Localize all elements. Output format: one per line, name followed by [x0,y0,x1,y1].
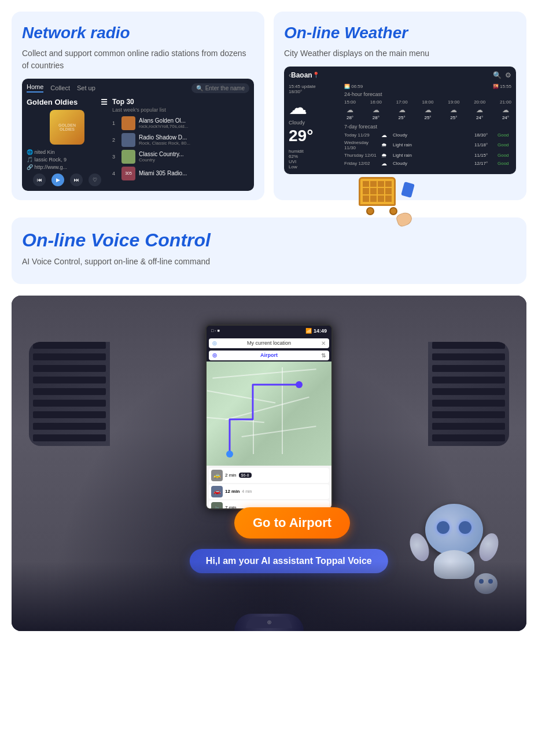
weather-card: On-line Weather City Weather displays on… [274,12,526,200]
vent-slat [432,353,505,360]
radio-item-info: Miami 305 Radio... [139,170,249,176]
radio-search-bar[interactable]: 🔍 Enter the name [191,83,249,93]
radio-thumb: 305 [121,167,135,180]
nav-status-icons: □ ◦ ■ [211,329,220,333]
radio-tabs: Home Collect Set up 🔍 Enter the name [27,83,249,93]
weather-current-panel: 15:45 update 18/30° ☁ Cloudy 29° humidit… [289,84,341,169]
vent-left [29,342,110,446]
weather-hour-item: 20:00 ☁ 24° [474,99,485,120]
nav-top-bar: □ ◦ ■ 📶 14:49 [207,326,331,336]
radio-tab-home[interactable]: Home [27,83,43,93]
prev-button[interactable]: ⏮ [33,174,46,186]
radio-list-item[interactable]: 2 Radio Shadow D... Rock, Classic Rock, … [112,133,249,147]
play-button[interactable]: ▶ [51,174,64,186]
weather-temp-main: 29° [289,127,341,145]
car-interior: □ ◦ ■ 📶 14:49 ◎ My current location ✕ [12,296,526,631]
vent-slat [432,434,505,441]
close-icon[interactable]: ✕ [321,340,326,346]
radio-list-item[interactable]: 3 Classic Country... Country [112,150,249,164]
nav-time: 📶 14:49 [305,328,327,334]
robot-eye-left [437,521,449,534]
vent-slat [432,342,505,349]
voice-control-card: On-line Voice Control AI Voice Control, … [12,217,526,284]
taxi-icon: 🚕 [211,470,223,481]
weather-sun-times: 🌅 06:59 🌇 15:55 [344,84,511,89]
weather-cloud-icon: ☁ [289,97,341,119]
weather-search-icon[interactable]: 🔍 [493,71,502,79]
top30-sub: Last week's popular list [112,107,249,113]
radio-tab-setup[interactable]: Set up [77,84,95,91]
car-image-container: □ ◦ ■ 📶 14:49 ◎ My current location ✕ [12,296,526,631]
weather-hour-item: 19:00 ☁ 25° [448,99,459,120]
radio-list-item[interactable]: 4 305 Miami 305 Radio... [112,167,249,180]
weather-condition: Cloudy [289,120,341,126]
weather-hours-row: 15:00 ☁ 28° 16:00 ☁ 28° 17:00 [344,99,511,120]
search-icon: 🔍 [196,85,203,91]
vent-slat [33,353,106,360]
radio-menu-icon[interactable]: ☰ [101,98,108,106]
radio-controls: ⏮ ▶ ⏭ ♡ [27,174,108,186]
sunrise-icon: 🌅 06:59 [344,84,363,89]
radio-search-placeholder: Enter the name [205,85,245,91]
radio-item-info: Classic Country... Country [139,151,249,163]
car-section: □ ◦ ■ 📶 14:49 ◎ My current location ✕ [0,290,538,643]
voice-control-title: On-line Voice Control [22,229,516,251]
car-option[interactable]: 🚗 12 min 4 min [209,484,329,499]
car-time: 12 min [225,489,239,494]
radio-top30-panel: Top 30 Last week's popular list 1 Alans … [112,98,249,186]
weather-hour-item: 16:00 ☁ 28° [370,99,382,120]
radio-item-genre: Rock, Classic Rock, 80... [139,141,249,146]
radio-tab-collect[interactable]: Collect [50,84,70,91]
cart-grid [363,181,392,202]
weather-hour-item: 17:00 ☁ 25° [396,99,408,120]
vent-right [428,342,509,446]
taxi-price: $6-8 [239,473,252,478]
weather-desc: City Weather displays on the main menu [284,47,516,60]
radio-list-item[interactable]: 1 Alans Golden Ol... rock,rock'n'roll,70… [112,116,249,130]
taxi-option[interactable]: 🚕 2 min $6-8 [209,468,329,483]
network-radio-card: Network radio Collect and support common… [12,12,264,200]
vent-slat [33,434,106,441]
weather-time: 15:45 update 18/30° [289,84,341,94]
cart-icon-overlay [359,177,411,229]
nav-current-location: ◎ My current location ✕ [209,338,329,348]
radio-player-panel: Golden Oldies ☰ GOLDENOLDIES 🌐 nited Kin… [27,98,108,186]
next-button[interactable]: ⏭ [70,174,83,186]
car-detail: 4 min [242,489,252,493]
speedometer-knob: ◎ [246,617,292,628]
vent-slat [432,388,505,395]
weather-screen-mockup: ‹ Baoan 📍 🔍 ⚙ 15:45 update 18/30° ☁ [284,67,516,174]
radio-item-genre: rock,rock'n'roll,70s,old... [139,124,249,129]
nav-map [207,362,331,466]
weather-day-row: Today 11/29 ☁ Cloudy 18/30° Good [344,132,511,138]
radio-thumb [121,150,135,164]
radio-screen-mockup: Home Collect Set up 🔍 Enter the name Gol… [22,79,254,191]
voice-control-desc: AI Voice Control, support on-line & off-… [22,256,516,268]
radio-item-name: Radio Shadow D... [139,134,249,141]
svg-point-0 [296,381,303,388]
weather-city: Baoan [291,71,312,79]
vent-slat [432,365,505,372]
list-num: 2 [112,137,118,143]
cart-wheels [359,207,405,215]
vent-slat [33,377,106,383]
radio-thumb [121,133,135,147]
page-container: Network radio Collect and support common… [0,0,538,643]
weather-settings-icon[interactable]: ⚙ [505,71,511,79]
radio-thumb [121,116,135,130]
cart-wheel-left [366,207,374,215]
route-options-icon[interactable]: ⇅ [321,352,326,359]
list-num: 1 [112,120,118,126]
list-num: 3 [112,154,118,160]
voice-control-section: On-line Voice Control AI Voice Control, … [0,206,538,290]
vent-slat [33,423,106,430]
radio-item-info: Radio Shadow D... Rock, Classic Rock, 80… [139,134,249,146]
top-features-row: Network radio Collect and support common… [0,0,538,206]
radio-item-name: Alans Golden Ol... [139,117,249,124]
weather-hour-item: 18:00 ☁ 25° [422,99,433,120]
cart-body [359,177,396,206]
route-svg [207,362,331,466]
heart-button[interactable]: ♡ [89,174,101,186]
goto-airport-button[interactable]: Go to Airport [234,507,350,539]
weather-hour-item: 21:00 ☁ 24° [500,99,511,120]
